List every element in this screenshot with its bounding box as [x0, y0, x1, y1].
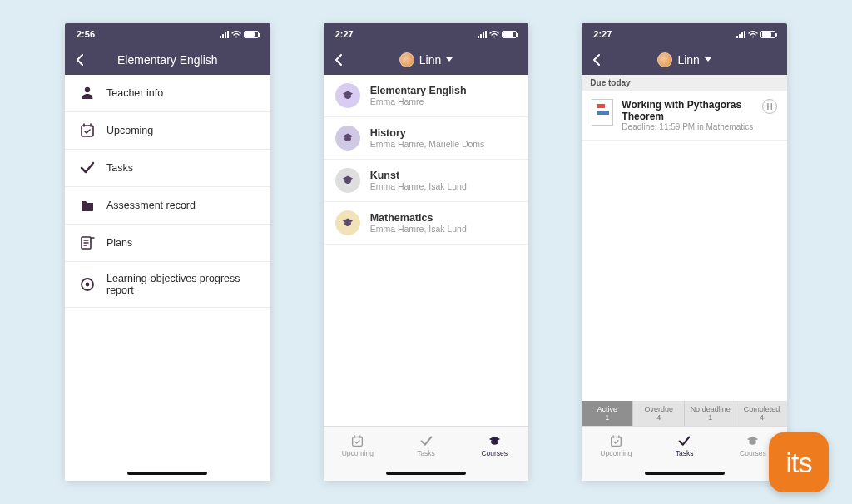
signal-icon [220, 31, 229, 38]
home-indicator[interactable] [324, 466, 529, 481]
segment-no deadline[interactable]: No deadline 1 [685, 401, 736, 426]
grad-cap-icon [488, 435, 502, 447]
nav-header: Linn [582, 45, 787, 75]
task-subtitle: Deadline: 11:59 PM in Mathematics [622, 122, 754, 131]
check-icon [80, 161, 95, 175]
menu-item[interactable]: Plans [65, 225, 270, 262]
menu-item-label: Plans [106, 237, 132, 249]
course-teachers: Emma Hamre, Marielle Doms [370, 139, 485, 149]
tab-label: Tasks [417, 449, 435, 457]
menu-item-label: Upcoming [106, 125, 153, 136]
user-switcher[interactable]: Linn [324, 52, 529, 67]
document-icon [592, 99, 613, 126]
tab-label: Upcoming [600, 449, 632, 457]
segment-overdue[interactable]: Overdue 4 [633, 401, 685, 426]
plans-icon [80, 235, 95, 250]
page-title: Elementary English [117, 53, 218, 67]
segment-label: Overdue [633, 405, 684, 413]
status-bar: 2:56 [65, 23, 270, 45]
check-icon [677, 435, 691, 447]
grad-cap-icon [341, 132, 354, 144]
course-item[interactable]: Mathematics Emma Hamre, Isak Lund [324, 202, 529, 245]
menu-item-label: Assessment record [106, 200, 196, 211]
calendar-check-icon [80, 123, 95, 138]
check-icon [419, 435, 433, 447]
section-header: Due today [582, 75, 787, 91]
grad-cap-icon [746, 435, 760, 447]
segment-label: No deadline [685, 405, 736, 413]
avatar [399, 52, 414, 67]
nav-header: Elementary English [65, 45, 270, 75]
caret-down-icon [446, 57, 453, 62]
course-item[interactable]: History Emma Hamre, Marielle Doms [324, 117, 529, 160]
menu-item[interactable]: Tasks [65, 150, 270, 187]
task-row[interactable]: Working with Pythagoras Theorem Deadline… [582, 91, 787, 141]
chevron-left-icon [76, 54, 84, 66]
its-logo: its [769, 432, 829, 492]
phone-courses: 2:27 Linn Elementary Engli [324, 23, 529, 481]
segment-count: 1 [582, 413, 632, 422]
segment-count: 4 [736, 413, 787, 422]
user-name: Linn [677, 53, 699, 67]
phone-tasks: 2:27 Linn Due today Working with Py [582, 23, 787, 481]
menu-item-label: Tasks [106, 162, 133, 174]
segment-count: 1 [685, 413, 736, 422]
battery-icon [502, 31, 517, 38]
status-time: 2:27 [335, 29, 354, 39]
course-item[interactable]: Kunst Emma Hamre, Isak Lund [324, 160, 529, 202]
avatar [657, 52, 672, 67]
tab-courses[interactable]: Courses [460, 427, 528, 466]
menu-item[interactable]: Upcoming [65, 112, 270, 150]
status-time: 2:56 [77, 29, 95, 39]
grad-cap-icon [341, 175, 354, 186]
wifi-icon [231, 31, 241, 38]
user-icon [80, 86, 95, 101]
tab-label: Courses [740, 449, 766, 457]
tab-upcoming[interactable]: Upcoming [582, 427, 650, 466]
battery-icon [244, 31, 259, 38]
wifi-icon [489, 31, 499, 38]
tab-bar: Upcoming Tasks Courses [582, 426, 787, 466]
home-indicator[interactable] [582, 466, 787, 481]
grad-cap-icon [341, 90, 354, 101]
nav-header: Linn [324, 45, 529, 75]
wifi-icon [748, 31, 758, 38]
tab-upcoming[interactable]: Upcoming [324, 427, 392, 466]
course-teachers: Emma Hamre [370, 96, 467, 106]
menu-item[interactable]: Teacher info [65, 75, 270, 112]
grad-cap-icon [341, 217, 354, 229]
course-name: History [370, 127, 485, 139]
menu-item-label: Teacher info [106, 87, 163, 99]
status-bar: 2:27 [582, 23, 787, 45]
signal-icon [736, 31, 746, 38]
course-item[interactable]: Elementary English Emma Hamre [324, 75, 529, 117]
status-time: 2:27 [593, 29, 612, 39]
target-icon [80, 277, 95, 292]
course-name: Kunst [370, 170, 467, 181]
course-name: Mathematics [370, 212, 467, 224]
segment-completed[interactable]: Completed 4 [736, 401, 787, 426]
tab-bar: Upcoming Tasks Courses [324, 426, 529, 466]
status-icons [478, 31, 517, 38]
tab-label: Tasks [676, 449, 694, 457]
segment-active[interactable]: Active 1 [582, 401, 633, 426]
user-switcher[interactable]: Linn [582, 52, 787, 67]
home-indicator[interactable] [65, 466, 270, 481]
status-bar: 2:27 [324, 23, 529, 45]
its-logo-text: its [786, 447, 812, 479]
folder-icon [80, 198, 95, 213]
tab-label: Courses [481, 449, 508, 457]
phone-course-menu: 2:56 Elementary English Teacher info Upc… [65, 23, 270, 481]
task-filter-segmented: Active 1 Overdue 4 No deadline 1 Complet… [582, 401, 787, 426]
tab-tasks[interactable]: Tasks [651, 427, 719, 466]
course-name: Elementary English [370, 85, 467, 96]
task-title: Working with Pythagoras Theorem [622, 99, 754, 122]
menu-item[interactable]: Assessment record [65, 187, 270, 225]
segment-count: 4 [633, 413, 684, 422]
menu-item[interactable]: Learning-objectives progress report [65, 262, 270, 308]
signal-icon [478, 31, 487, 38]
tab-tasks[interactable]: Tasks [392, 427, 460, 466]
calendar-check-icon [350, 435, 364, 447]
back-button[interactable] [65, 54, 95, 66]
status-icons [220, 31, 259, 38]
